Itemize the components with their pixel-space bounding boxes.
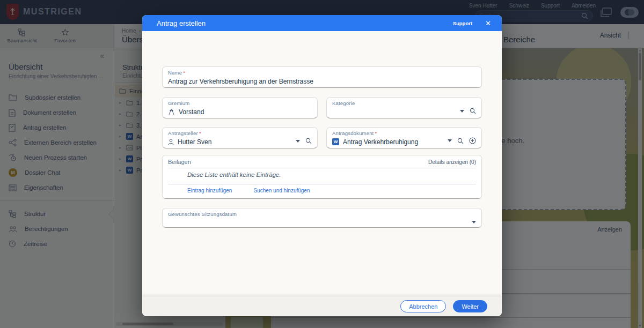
- kategorie-value[interactable]: [332, 108, 476, 116]
- dropdown-caret-icon[interactable]: [448, 139, 452, 142]
- beilagen-section: Beilagen Details anzeigen (0) Diese List…: [162, 155, 482, 199]
- gremium-field[interactable]: Gremium Vorstand: [162, 97, 318, 118]
- antrag-erstellen-dialog: Antrag erstellen Support ✕ Name* Antrag …: [142, 15, 502, 316]
- application-window: MUSTRIGEN Sven Hutter Schweiz Support Ab…: [0, 0, 644, 328]
- antragsteller-value: Hutter Sven: [178, 138, 211, 146]
- kategorie-field[interactable]: Kategorie: [326, 97, 482, 118]
- dialog-body: Name* Antrag zur Verkehrsberuhigung an d…: [142, 31, 502, 296]
- dialog-footer: Abbrechen Weiter: [142, 296, 502, 316]
- antragsteller-field[interactable]: Antragsteller* Hutter Sven: [162, 127, 318, 148]
- required-mark: *: [375, 130, 377, 136]
- name-value[interactable]: Antrag zur Verkehrsberuhigung an der Ber…: [168, 77, 476, 85]
- name-label: Name: [168, 70, 182, 76]
- kategorie-label: Kategorie: [332, 100, 476, 106]
- word-document-icon: W: [332, 138, 339, 145]
- required-mark: *: [183, 70, 185, 76]
- dropdown-caret-icon[interactable]: [296, 140, 300, 143]
- person-icon: [168, 139, 174, 145]
- dialog-title: Antrag erstellen: [157, 19, 453, 27]
- beilagen-empty-text: Diese Liste enthält keine Einträge.: [168, 168, 476, 181]
- next-button[interactable]: Weiter: [453, 300, 487, 312]
- sitzungsdatum-label: Gewünschtes Sitzungsdatum: [168, 211, 476, 217]
- dropdown-caret-icon[interactable]: [472, 221, 476, 223]
- name-field[interactable]: Name* Antrag zur Verkehrsberuhigung an d…: [162, 66, 482, 88]
- required-mark: *: [199, 130, 201, 136]
- details-anzeigen-link[interactable]: Details anzeigen (0): [428, 159, 476, 165]
- sitzungsdatum-value[interactable]: [168, 219, 476, 227]
- sitzungsdatum-field[interactable]: Gewünschtes Sitzungsdatum: [162, 208, 482, 228]
- gremium-label: Gremium: [168, 100, 312, 106]
- lookup-search-icon[interactable]: [470, 108, 476, 114]
- dialog-header: Antrag erstellen Support ✕: [142, 15, 502, 31]
- committee-icon: [168, 109, 175, 115]
- beilagen-divider: [168, 184, 476, 184]
- antragsdokument-field[interactable]: Antragsdokument* W Antrag Verkehrberuhig…: [326, 127, 482, 148]
- suchen-und-hinzufuegen-link[interactable]: Suchen und hinzufügen: [253, 188, 310, 193]
- dialog-support-link[interactable]: Support: [453, 20, 472, 26]
- beilagen-divider: [168, 168, 476, 168]
- antragsteller-label: Antragsteller: [168, 130, 198, 136]
- eintrag-hinzufuegen-link[interactable]: Eintrag hinzufügen: [187, 188, 232, 193]
- dropdown-caret-icon[interactable]: [460, 110, 464, 113]
- cancel-button[interactable]: Abbrechen: [400, 300, 446, 312]
- antragsdokument-label: Antragsdokument: [332, 130, 374, 136]
- beilagen-label: Beilagen: [168, 159, 191, 165]
- lookup-search-icon[interactable]: [457, 138, 464, 144]
- add-circle-icon[interactable]: [469, 137, 476, 144]
- gremium-value: Vorstand: [179, 108, 204, 116]
- antragsdokument-value: Antrag Verkehrberuhigung: [343, 138, 418, 146]
- close-icon[interactable]: ✕: [485, 20, 491, 27]
- lookup-search-icon[interactable]: [305, 138, 312, 144]
